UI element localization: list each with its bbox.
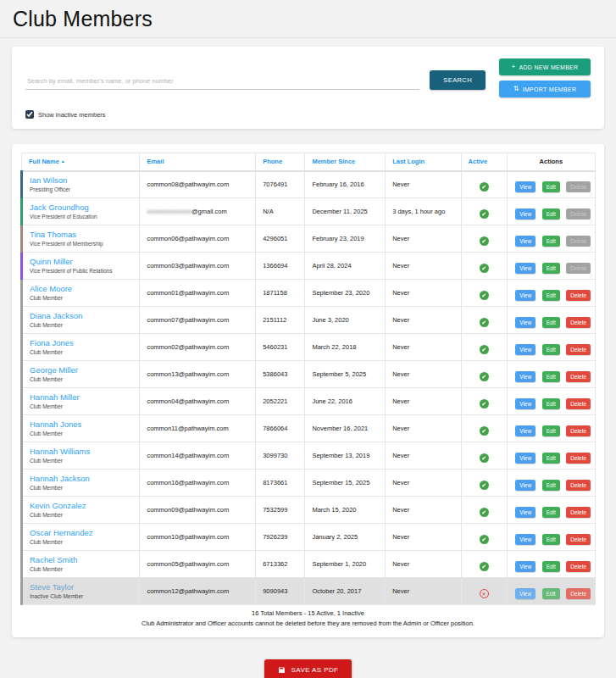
member-name-link[interactable]: Hannah Williams: [30, 447, 132, 456]
delete-button[interactable]: Delete: [566, 290, 591, 301]
column-header-member-since[interactable]: Member Since: [305, 153, 386, 171]
member-role: Club Member: [30, 403, 132, 410]
member-name-link[interactable]: Jack Groundhog: [30, 203, 132, 212]
edit-button[interactable]: Edit: [542, 371, 560, 382]
member-name-link[interactable]: Tina Thomas: [30, 230, 132, 239]
add-new-member-button[interactable]: + ADD NEW MEMBER: [499, 58, 591, 75]
edit-button[interactable]: Edit: [542, 480, 560, 491]
member-email: common04@pathwayim.com: [140, 388, 256, 415]
show-inactive-checkbox[interactable]: [25, 110, 34, 119]
view-button[interactable]: View: [515, 480, 536, 491]
search-input[interactable]: [25, 74, 419, 90]
view-button[interactable]: View: [515, 290, 536, 301]
active-check-icon: ✔: [480, 345, 489, 354]
member-role: Vice President of Public Relations: [30, 268, 132, 275]
member-email: common08@pathwayim.com: [140, 171, 256, 198]
add-new-member-label: ADD NEW MEMBER: [519, 64, 579, 70]
edit-button[interactable]: Edit: [542, 208, 560, 220]
active-check-icon: ✔: [480, 562, 489, 571]
delete-button[interactable]: Delete: [566, 453, 591, 464]
view-button[interactable]: View: [515, 507, 536, 518]
edit-button[interactable]: Edit: [542, 398, 560, 409]
edit-button[interactable]: Edit: [542, 181, 560, 192]
edit-button[interactable]: Edit: [542, 344, 560, 355]
members-table: Full Name▲ Email Phone Member Since Last…: [20, 153, 596, 605]
column-header-full-name[interactable]: Full Name▲: [22, 153, 140, 171]
delete-button[interactable]: Delete: [566, 534, 591, 545]
member-name-link[interactable]: Hannah Jones: [30, 420, 132, 429]
member-name-link[interactable]: Oscar Hernandez: [30, 528, 132, 537]
table-row: Hannah Jackson Club Member common16@path…: [22, 470, 596, 497]
edit-button[interactable]: Edit: [542, 561, 560, 572]
table-row: Oscar Hernandez Club Member common10@pat…: [22, 524, 596, 551]
member-last-login: Never: [386, 442, 461, 470]
delete-button[interactable]: Delete: [566, 425, 591, 436]
edit-button[interactable]: Edit: [542, 534, 560, 545]
member-last-login: Never: [386, 334, 461, 361]
delete-button[interactable]: Delete: [566, 398, 591, 409]
edit-button[interactable]: Edit: [542, 263, 560, 274]
delete-button[interactable]: Delete: [566, 588, 591, 599]
edit-button[interactable]: Edit: [542, 290, 560, 301]
view-button[interactable]: View: [515, 371, 536, 382]
view-button[interactable]: View: [515, 561, 536, 572]
member-role: Club Member: [30, 322, 132, 329]
delete-button[interactable]: Delete: [566, 507, 591, 518]
member-name-link[interactable]: Rachel Smith: [30, 555, 132, 564]
edit-button[interactable]: Edit: [542, 588, 560, 599]
import-member-button[interactable]: ⇅ IMPORT MEMBER: [499, 81, 591, 97]
inactive-x-icon: ✕: [480, 589, 489, 598]
member-name-link[interactable]: Ian Wilson: [30, 175, 132, 185]
delete-button[interactable]: Delete: [566, 344, 591, 355]
edit-button[interactable]: Edit: [542, 317, 560, 328]
delete-button[interactable]: Delete: [566, 480, 591, 491]
member-name-link[interactable]: Kevin Gonzalez: [30, 501, 132, 510]
member-name-link[interactable]: Diana Jackson: [30, 311, 132, 320]
edit-button[interactable]: Edit: [542, 236, 560, 247]
active-check-icon: ✔: [480, 399, 489, 408]
delete-button[interactable]: Delete: [566, 561, 591, 572]
member-last-login: Never: [386, 171, 461, 198]
view-button[interactable]: View: [515, 534, 536, 545]
view-button[interactable]: View: [515, 236, 536, 247]
member-name-link[interactable]: Hannah Jackson: [30, 474, 132, 483]
member-name-link[interactable]: Fiona Jones: [30, 338, 132, 347]
edit-button[interactable]: Edit: [542, 453, 560, 464]
member-role: Club Member: [30, 458, 132, 464]
delete-button[interactable]: Delete: [566, 317, 591, 328]
show-inactive-label[interactable]: Show inactive members: [38, 111, 106, 119]
member-name-link[interactable]: Quinn Miller: [30, 257, 132, 266]
member-phone: 5386043: [256, 361, 305, 388]
view-button[interactable]: View: [515, 344, 536, 355]
member-name-link[interactable]: Hannah Miller: [30, 392, 132, 402]
blurred-email-prefix: xxxxxxxxxxxxxx: [147, 208, 191, 215]
view-button[interactable]: View: [515, 181, 536, 192]
member-name-link[interactable]: Alice Moore: [30, 284, 132, 293]
view-button[interactable]: View: [515, 453, 536, 464]
view-button[interactable]: View: [515, 398, 536, 409]
table-row: George Miller Club Member common13@pathw…: [22, 361, 596, 388]
active-check-icon: ✔: [480, 291, 489, 300]
member-name-link[interactable]: Steve Taylor: [30, 582, 132, 592]
view-button[interactable]: View: [515, 263, 536, 274]
member-email: common16@pathwayim.com: [140, 470, 256, 497]
view-button[interactable]: View: [515, 208, 536, 220]
column-header-active[interactable]: Active: [461, 153, 507, 171]
column-header-last-login[interactable]: Last Login: [386, 153, 461, 171]
member-name-link[interactable]: George Miller: [30, 365, 132, 375]
view-button[interactable]: View: [515, 317, 536, 328]
import-member-label: IMPORT MEMBER: [523, 86, 577, 92]
column-header-phone[interactable]: Phone: [256, 153, 305, 171]
active-check-icon: ✔: [480, 535, 489, 544]
member-last-login: Never: [386, 415, 461, 442]
view-button[interactable]: View: [515, 588, 536, 599]
search-button[interactable]: SEARCH: [430, 70, 486, 90]
edit-button[interactable]: Edit: [542, 425, 560, 436]
edit-button[interactable]: Edit: [542, 507, 560, 518]
view-button[interactable]: View: [515, 425, 536, 436]
delete-button[interactable]: Delete: [566, 371, 591, 382]
plus-icon: +: [512, 64, 516, 70]
table-row: Quinn Miller Vice President of Public Re…: [22, 253, 596, 280]
save-as-pdf-button[interactable]: SAVE AS PDF: [264, 659, 352, 678]
column-header-email[interactable]: Email: [140, 153, 256, 171]
